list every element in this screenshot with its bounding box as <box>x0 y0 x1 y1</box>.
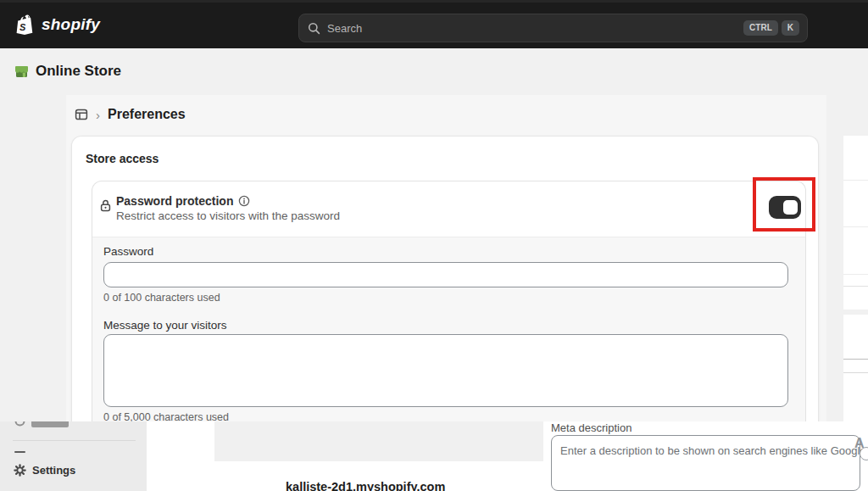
shopify-logo[interactable]: S shopify <box>15 12 100 37</box>
gear-icon <box>14 464 26 477</box>
sidebar-divider <box>13 440 136 441</box>
online-store-icon <box>14 64 30 80</box>
visitor-message-label: Message to your visitors <box>103 319 227 332</box>
divider <box>843 286 868 287</box>
divider <box>843 359 868 360</box>
breadcrumb-separator: › <box>96 108 100 122</box>
store-access-card: Store access Password protection Restric… <box>71 136 819 421</box>
divider <box>843 274 868 275</box>
store-access-title: Store access <box>86 152 159 165</box>
password-protection-body: Password 0 of 100 characters used Messag… <box>92 237 805 421</box>
top-bar: S shopify Search CTRL K <box>0 0 868 48</box>
lock-icon <box>98 198 113 213</box>
clipped-sidebar-icon <box>14 421 26 427</box>
sidebar-item-settings[interactable]: Settings <box>14 464 75 477</box>
page-heading: Online Store <box>14 63 121 80</box>
password-input[interactable] <box>103 262 788 287</box>
annotation-highlight-box <box>753 177 815 232</box>
password-protection-card: Password protection Restrict access to v… <box>92 181 806 421</box>
sidebar-panel: Settings <box>0 421 147 491</box>
password-protection-header: Password protection <box>116 194 250 208</box>
visitor-message-textarea[interactable] <box>103 334 788 407</box>
search-input[interactable]: Search CTRL K <box>298 14 808 42</box>
search-placeholder: Search <box>327 22 362 35</box>
search-icon <box>308 22 320 35</box>
divider <box>843 180 868 181</box>
background-panel-fragment-top <box>843 136 868 310</box>
breadcrumb-page-title: Preferences <box>108 107 186 122</box>
sidebar-dash <box>14 451 25 453</box>
meta-description-placeholder: Enter a description to be shown on searc… <box>560 444 866 457</box>
shopify-wordmark: shopify <box>42 15 100 34</box>
page-title: Online Store <box>36 63 121 80</box>
topbar-top-line <box>0 0 868 3</box>
divider <box>843 226 868 227</box>
ctrl-key-badge: CTRL <box>743 20 778 36</box>
shopify-bag-icon: S <box>15 14 36 36</box>
password-protection-title: Password protection <box>116 194 233 208</box>
k-key-badge: K <box>782 20 799 36</box>
background-block-fragment <box>214 421 543 461</box>
store-domain-text: kalliste-2d1.myshopify.com <box>286 480 445 491</box>
meta-description-textarea[interactable]: Enter a description to be shown on searc… <box>551 435 860 491</box>
svg-text:S: S <box>19 21 26 31</box>
meta-description-label: Meta description <box>551 421 632 434</box>
seo-grade-circle <box>860 447 868 460</box>
breadcrumb: › Preferences <box>75 107 186 122</box>
settings-label: Settings <box>32 464 75 477</box>
password-protection-subtitle: Restrict access to visitors with the pas… <box>116 209 340 222</box>
keyboard-shortcut: CTRL K <box>743 20 799 36</box>
divider <box>843 372 868 373</box>
background-panel-fragment-bottom <box>843 315 868 421</box>
seo-grade-icon: A <box>854 436 865 451</box>
clipped-sidebar-label <box>31 421 69 427</box>
password-label: Password <box>103 245 153 258</box>
info-icon[interactable] <box>238 195 250 207</box>
online-store-window-icon[interactable] <box>75 108 88 121</box>
password-char-count: 0 of 100 characters used <box>103 292 220 304</box>
